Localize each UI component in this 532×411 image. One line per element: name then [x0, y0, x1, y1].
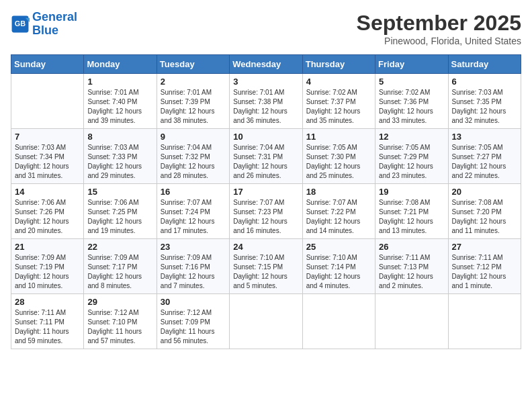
calendar-cell: 1Sunrise: 7:01 AM Sunset: 7:40 PM Daylig…	[84, 74, 157, 129]
calendar-cell	[230, 294, 302, 349]
day-number: 9	[161, 132, 226, 142]
day-info: Sunrise: 7:05 AM Sunset: 7:29 PM Dayligh…	[379, 143, 444, 181]
day-number: 27	[452, 242, 517, 252]
title-block: September 2025 Pinewood, Florida, United…	[357, 11, 521, 46]
day-number: 11	[306, 132, 371, 142]
day-number: 10	[233, 132, 298, 142]
calendar-cell	[448, 294, 521, 349]
day-info: Sunrise: 7:08 AM Sunset: 7:20 PM Dayligh…	[452, 198, 517, 236]
week-row-2: 7Sunrise: 7:03 AM Sunset: 7:34 PM Daylig…	[11, 129, 521, 184]
calendar-cell: 16Sunrise: 7:07 AM Sunset: 7:24 PM Dayli…	[157, 184, 229, 239]
day-number: 26	[379, 242, 444, 252]
day-info: Sunrise: 7:09 AM Sunset: 7:19 PM Dayligh…	[15, 253, 80, 291]
day-number: 3	[233, 77, 298, 87]
calendar-cell: 6Sunrise: 7:03 AM Sunset: 7:35 PM Daylig…	[448, 74, 521, 129]
day-number: 8	[87, 132, 152, 142]
day-info: Sunrise: 7:05 AM Sunset: 7:30 PM Dayligh…	[306, 143, 371, 181]
logo-line2: Blue	[32, 24, 58, 37]
day-info: Sunrise: 7:11 AM Sunset: 7:13 PM Dayligh…	[379, 253, 444, 291]
day-number: 7	[15, 132, 80, 142]
calendar-cell	[11, 74, 84, 129]
calendar-cell	[302, 294, 375, 349]
day-number: 20	[452, 187, 517, 197]
day-info: Sunrise: 7:05 AM Sunset: 7:27 PM Dayligh…	[452, 143, 517, 181]
day-number: 1	[87, 77, 152, 87]
day-number: 17	[233, 187, 298, 197]
calendar-cell: 5Sunrise: 7:02 AM Sunset: 7:36 PM Daylig…	[375, 74, 448, 129]
day-number: 24	[233, 242, 298, 252]
calendar-cell: 27Sunrise: 7:11 AM Sunset: 7:12 PM Dayli…	[448, 239, 521, 294]
day-info: Sunrise: 7:03 AM Sunset: 7:33 PM Dayligh…	[87, 143, 152, 181]
day-info: Sunrise: 7:03 AM Sunset: 7:35 PM Dayligh…	[452, 88, 517, 126]
week-row-4: 21Sunrise: 7:09 AM Sunset: 7:19 PM Dayli…	[11, 239, 521, 294]
day-number: 16	[161, 187, 226, 197]
weekday-header-friday: Friday	[375, 55, 448, 74]
calendar-cell: 19Sunrise: 7:08 AM Sunset: 7:21 PM Dayli…	[375, 184, 448, 239]
logo-text: General Blue	[32, 11, 77, 38]
day-info: Sunrise: 7:08 AM Sunset: 7:21 PM Dayligh…	[379, 198, 444, 236]
page-header: GB General Blue September 2025 Pinewood,…	[11, 11, 521, 46]
day-number: 15	[87, 187, 152, 197]
day-number: 19	[379, 187, 444, 197]
calendar-cell: 23Sunrise: 7:09 AM Sunset: 7:16 PM Dayli…	[157, 239, 229, 294]
calendar-cell: 22Sunrise: 7:09 AM Sunset: 7:17 PM Dayli…	[84, 239, 157, 294]
day-info: Sunrise: 7:06 AM Sunset: 7:25 PM Dayligh…	[87, 198, 152, 236]
day-info: Sunrise: 7:10 AM Sunset: 7:15 PM Dayligh…	[233, 253, 298, 291]
day-info: Sunrise: 7:02 AM Sunset: 7:37 PM Dayligh…	[306, 88, 371, 126]
week-row-5: 28Sunrise: 7:11 AM Sunset: 7:11 PM Dayli…	[11, 294, 521, 349]
month-title: September 2025	[357, 11, 521, 36]
calendar-cell: 4Sunrise: 7:02 AM Sunset: 7:37 PM Daylig…	[302, 74, 375, 129]
logo: GB General Blue	[11, 11, 77, 38]
calendar-cell: 9Sunrise: 7:04 AM Sunset: 7:32 PM Daylig…	[157, 129, 229, 184]
calendar: SundayMondayTuesdayWednesdayThursdayFrid…	[11, 54, 521, 349]
weekday-header-saturday: Saturday	[448, 55, 521, 74]
day-number: 29	[87, 297, 152, 307]
calendar-cell: 13Sunrise: 7:05 AM Sunset: 7:27 PM Dayli…	[448, 129, 521, 184]
day-info: Sunrise: 7:10 AM Sunset: 7:14 PM Dayligh…	[306, 253, 371, 291]
day-number: 23	[161, 242, 226, 252]
calendar-cell: 25Sunrise: 7:10 AM Sunset: 7:14 PM Dayli…	[302, 239, 375, 294]
svg-text:GB: GB	[15, 19, 26, 28]
calendar-cell: 29Sunrise: 7:12 AM Sunset: 7:10 PM Dayli…	[84, 294, 157, 349]
weekday-header-tuesday: Tuesday	[157, 55, 229, 74]
day-number: 4	[306, 77, 371, 87]
day-info: Sunrise: 7:09 AM Sunset: 7:16 PM Dayligh…	[161, 253, 226, 291]
calendar-cell: 15Sunrise: 7:06 AM Sunset: 7:25 PM Dayli…	[84, 184, 157, 239]
calendar-cell: 17Sunrise: 7:07 AM Sunset: 7:23 PM Dayli…	[230, 184, 302, 239]
day-number: 6	[452, 77, 517, 87]
calendar-cell: 8Sunrise: 7:03 AM Sunset: 7:33 PM Daylig…	[84, 129, 157, 184]
day-info: Sunrise: 7:01 AM Sunset: 7:39 PM Dayligh…	[161, 88, 226, 126]
weekday-header-thursday: Thursday	[302, 55, 375, 74]
day-info: Sunrise: 7:09 AM Sunset: 7:17 PM Dayligh…	[87, 253, 152, 291]
day-number: 13	[452, 132, 517, 142]
calendar-cell	[375, 294, 448, 349]
day-number: 18	[306, 187, 371, 197]
day-info: Sunrise: 7:07 AM Sunset: 7:22 PM Dayligh…	[306, 198, 371, 236]
day-number: 5	[379, 77, 444, 87]
weekday-header-row: SundayMondayTuesdayWednesdayThursdayFrid…	[11, 55, 521, 74]
day-info: Sunrise: 7:12 AM Sunset: 7:09 PM Dayligh…	[161, 308, 226, 346]
calendar-cell: 26Sunrise: 7:11 AM Sunset: 7:13 PM Dayli…	[375, 239, 448, 294]
day-number: 22	[87, 242, 152, 252]
calendar-cell: 10Sunrise: 7:04 AM Sunset: 7:31 PM Dayli…	[230, 129, 302, 184]
day-info: Sunrise: 7:07 AM Sunset: 7:24 PM Dayligh…	[161, 198, 226, 236]
calendar-cell: 18Sunrise: 7:07 AM Sunset: 7:22 PM Dayli…	[302, 184, 375, 239]
day-info: Sunrise: 7:02 AM Sunset: 7:36 PM Dayligh…	[379, 88, 444, 126]
day-info: Sunrise: 7:12 AM Sunset: 7:10 PM Dayligh…	[87, 308, 152, 346]
calendar-cell: 21Sunrise: 7:09 AM Sunset: 7:19 PM Dayli…	[11, 239, 84, 294]
calendar-cell: 24Sunrise: 7:10 AM Sunset: 7:15 PM Dayli…	[230, 239, 302, 294]
day-info: Sunrise: 7:04 AM Sunset: 7:32 PM Dayligh…	[161, 143, 226, 181]
day-number: 25	[306, 242, 371, 252]
day-number: 21	[15, 242, 80, 252]
calendar-cell: 30Sunrise: 7:12 AM Sunset: 7:09 PM Dayli…	[157, 294, 229, 349]
day-number: 14	[15, 187, 80, 197]
day-info: Sunrise: 7:03 AM Sunset: 7:34 PM Dayligh…	[15, 143, 80, 181]
weekday-header-wednesday: Wednesday	[230, 55, 302, 74]
calendar-cell: 2Sunrise: 7:01 AM Sunset: 7:39 PM Daylig…	[157, 74, 229, 129]
day-info: Sunrise: 7:06 AM Sunset: 7:26 PM Dayligh…	[15, 198, 80, 236]
day-info: Sunrise: 7:11 AM Sunset: 7:12 PM Dayligh…	[452, 253, 517, 291]
day-info: Sunrise: 7:01 AM Sunset: 7:40 PM Dayligh…	[87, 88, 152, 126]
day-number: 30	[161, 297, 226, 307]
calendar-cell: 3Sunrise: 7:01 AM Sunset: 7:38 PM Daylig…	[230, 74, 302, 129]
day-info: Sunrise: 7:01 AM Sunset: 7:38 PM Dayligh…	[233, 88, 298, 126]
